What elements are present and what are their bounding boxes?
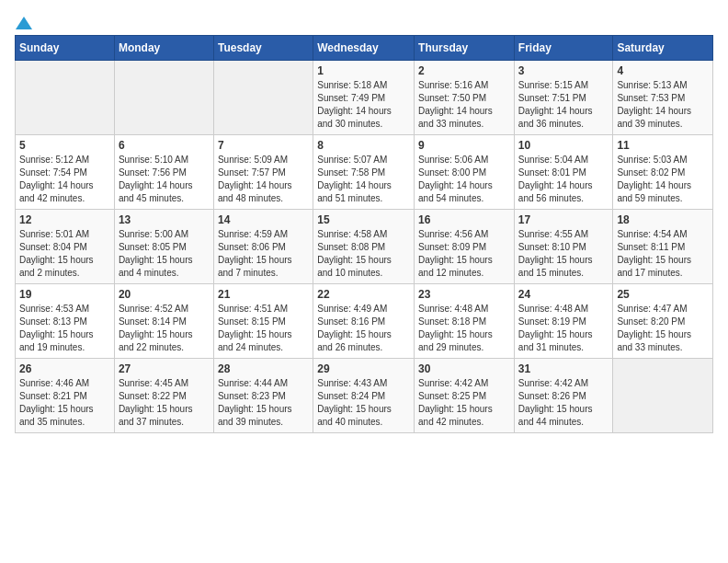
day-number: 3 (518, 64, 609, 77)
day-number: 30 (418, 362, 510, 375)
weekday-header-friday: Friday (514, 36, 613, 61)
weekday-header-sunday: Sunday (16, 36, 115, 61)
day-cell: 30Sunrise: 4:42 AM Sunset: 8:25 PM Dayli… (415, 359, 515, 433)
day-info: Sunrise: 5:06 AM Sunset: 8:00 PM Dayligh… (418, 154, 510, 205)
day-number: 25 (617, 288, 709, 301)
day-info: Sunrise: 5:13 AM Sunset: 7:53 PM Dayligh… (617, 79, 709, 131)
day-cell: 4Sunrise: 5:13 AM Sunset: 7:53 PM Daylig… (613, 61, 713, 135)
day-info: Sunrise: 4:45 AM Sunset: 8:22 PM Dayligh… (119, 377, 210, 429)
day-info: Sunrise: 5:07 AM Sunset: 7:58 PM Dayligh… (317, 154, 410, 205)
day-cell: 8Sunrise: 5:07 AM Sunset: 7:58 PM Daylig… (313, 135, 415, 210)
day-cell: 12Sunrise: 5:01 AM Sunset: 8:04 PM Dayli… (16, 210, 115, 284)
day-info: Sunrise: 5:18 AM Sunset: 7:49 PM Dayligh… (317, 79, 410, 131)
day-info: Sunrise: 5:04 AM Sunset: 8:01 PM Dayligh… (518, 154, 609, 205)
day-info: Sunrise: 4:49 AM Sunset: 8:16 PM Dayligh… (317, 303, 410, 354)
day-info: Sunrise: 4:42 AM Sunset: 8:26 PM Dayligh… (518, 377, 609, 429)
day-info: Sunrise: 4:46 AM Sunset: 8:21 PM Dayligh… (19, 377, 110, 429)
day-number: 4 (617, 64, 709, 77)
week-row-5: 26Sunrise: 4:46 AM Sunset: 8:21 PM Dayli… (16, 359, 713, 433)
day-cell: 9Sunrise: 5:06 AM Sunset: 8:00 PM Daylig… (415, 135, 515, 210)
day-info: Sunrise: 4:54 AM Sunset: 8:11 PM Dayligh… (617, 228, 709, 280)
day-cell: 15Sunrise: 4:58 AM Sunset: 8:08 PM Dayli… (313, 210, 415, 284)
day-info: Sunrise: 4:56 AM Sunset: 8:09 PM Dayligh… (418, 228, 510, 280)
day-info: Sunrise: 4:47 AM Sunset: 8:20 PM Dayligh… (617, 303, 709, 354)
day-cell: 24Sunrise: 4:48 AM Sunset: 8:19 PM Dayli… (514, 284, 613, 359)
day-number: 28 (218, 362, 309, 375)
weekday-header-wednesday: Wednesday (313, 36, 415, 61)
day-cell: 7Sunrise: 5:09 AM Sunset: 7:57 PM Daylig… (213, 135, 313, 210)
day-number: 7 (218, 139, 309, 152)
day-number: 29 (317, 362, 410, 375)
day-number: 20 (119, 288, 210, 301)
day-cell: 26Sunrise: 4:46 AM Sunset: 8:21 PM Dayli… (16, 359, 115, 433)
day-cell: 13Sunrise: 5:00 AM Sunset: 8:05 PM Dayli… (114, 210, 213, 284)
day-number: 15 (317, 213, 410, 226)
day-cell: 5Sunrise: 5:12 AM Sunset: 7:54 PM Daylig… (16, 135, 115, 210)
day-cell: 17Sunrise: 4:55 AM Sunset: 8:10 PM Dayli… (514, 210, 613, 284)
day-info: Sunrise: 5:16 AM Sunset: 7:50 PM Dayligh… (418, 79, 510, 131)
day-info: Sunrise: 5:03 AM Sunset: 8:02 PM Dayligh… (617, 154, 709, 205)
week-row-2: 5Sunrise: 5:12 AM Sunset: 7:54 PM Daylig… (16, 135, 713, 210)
day-number: 17 (518, 213, 609, 226)
day-cell: 21Sunrise: 4:51 AM Sunset: 8:15 PM Dayli… (213, 284, 313, 359)
day-number: 24 (518, 288, 609, 301)
day-info: Sunrise: 4:48 AM Sunset: 8:18 PM Dayligh… (418, 303, 510, 354)
weekday-header-monday: Monday (114, 36, 213, 61)
day-info: Sunrise: 4:55 AM Sunset: 8:10 PM Dayligh… (518, 228, 609, 280)
header (15, 15, 713, 28)
day-number: 18 (617, 213, 709, 226)
logo (15, 15, 33, 28)
day-cell: 10Sunrise: 5:04 AM Sunset: 8:01 PM Dayli… (514, 135, 613, 210)
day-number: 23 (418, 288, 510, 301)
week-row-1: 1Sunrise: 5:18 AM Sunset: 7:49 PM Daylig… (16, 61, 713, 135)
day-cell: 3Sunrise: 5:15 AM Sunset: 7:51 PM Daylig… (514, 61, 613, 135)
day-info: Sunrise: 4:53 AM Sunset: 8:13 PM Dayligh… (19, 303, 110, 354)
day-info: Sunrise: 5:10 AM Sunset: 7:56 PM Dayligh… (119, 154, 210, 205)
day-info: Sunrise: 4:58 AM Sunset: 8:08 PM Dayligh… (317, 228, 410, 280)
day-number: 31 (518, 362, 609, 375)
day-cell (213, 61, 313, 135)
day-info: Sunrise: 4:42 AM Sunset: 8:25 PM Dayligh… (418, 377, 510, 429)
day-info: Sunrise: 5:00 AM Sunset: 8:05 PM Dayligh… (119, 228, 210, 280)
day-info: Sunrise: 5:09 AM Sunset: 7:57 PM Dayligh… (218, 154, 309, 205)
day-cell: 29Sunrise: 4:43 AM Sunset: 8:24 PM Dayli… (313, 359, 415, 433)
day-number: 12 (19, 213, 110, 226)
week-row-3: 12Sunrise: 5:01 AM Sunset: 8:04 PM Dayli… (16, 210, 713, 284)
day-number: 8 (317, 139, 410, 152)
day-number: 13 (119, 213, 210, 226)
svg-marker-0 (16, 17, 32, 29)
day-info: Sunrise: 5:15 AM Sunset: 7:51 PM Dayligh… (518, 79, 609, 131)
day-info: Sunrise: 4:44 AM Sunset: 8:23 PM Dayligh… (218, 377, 309, 429)
day-number: 14 (218, 213, 309, 226)
day-cell: 14Sunrise: 4:59 AM Sunset: 8:06 PM Dayli… (213, 210, 313, 284)
day-number: 22 (317, 288, 410, 301)
day-number: 10 (518, 139, 609, 152)
day-cell: 11Sunrise: 5:03 AM Sunset: 8:02 PM Dayli… (613, 135, 713, 210)
day-number: 19 (19, 288, 110, 301)
day-info: Sunrise: 5:01 AM Sunset: 8:04 PM Dayligh… (19, 228, 110, 280)
day-number: 1 (317, 64, 410, 77)
day-info: Sunrise: 4:43 AM Sunset: 8:24 PM Dayligh… (317, 377, 410, 429)
day-info: Sunrise: 4:48 AM Sunset: 8:19 PM Dayligh… (518, 303, 609, 354)
day-number: 21 (218, 288, 309, 301)
day-cell: 1Sunrise: 5:18 AM Sunset: 7:49 PM Daylig… (313, 61, 415, 135)
day-info: Sunrise: 4:52 AM Sunset: 8:14 PM Dayligh… (119, 303, 210, 354)
day-number: 9 (418, 139, 510, 152)
day-cell (16, 61, 115, 135)
weekday-header-thursday: Thursday (415, 36, 515, 61)
day-cell: 22Sunrise: 4:49 AM Sunset: 8:16 PM Dayli… (313, 284, 415, 359)
logo-icon (16, 15, 32, 31)
day-number: 27 (119, 362, 210, 375)
day-cell: 28Sunrise: 4:44 AM Sunset: 8:23 PM Dayli… (213, 359, 313, 433)
day-cell: 6Sunrise: 5:10 AM Sunset: 7:56 PM Daylig… (114, 135, 213, 210)
day-cell (613, 359, 713, 433)
day-number: 2 (418, 64, 510, 77)
weekday-header-saturday: Saturday (613, 36, 713, 61)
day-cell: 2Sunrise: 5:16 AM Sunset: 7:50 PM Daylig… (415, 61, 515, 135)
day-number: 16 (418, 213, 510, 226)
day-cell: 23Sunrise: 4:48 AM Sunset: 8:18 PM Dayli… (415, 284, 515, 359)
day-cell: 20Sunrise: 4:52 AM Sunset: 8:14 PM Dayli… (114, 284, 213, 359)
day-info: Sunrise: 4:59 AM Sunset: 8:06 PM Dayligh… (218, 228, 309, 280)
day-cell (114, 61, 213, 135)
day-number: 6 (119, 139, 210, 152)
